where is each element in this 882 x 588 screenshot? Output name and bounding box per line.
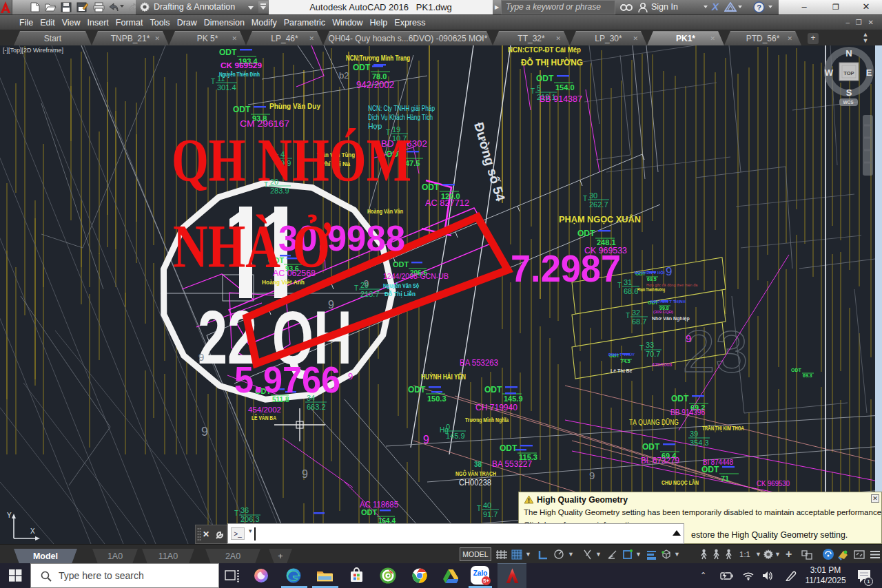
svg-text:T: T — [626, 312, 630, 319]
svg-text:ODT: ODT — [671, 394, 689, 403]
svg-text:ODT: ODT — [500, 443, 517, 453]
svg-text:X: X — [30, 527, 35, 535]
svg-text:9: 9 — [328, 299, 334, 311]
svg-text:Phạm Thanh Đường: Phạm Thanh Đường — [637, 287, 665, 293]
svg-text:5: 5 — [537, 84, 541, 92]
svg-text:AC 118685: AC 118685 — [360, 500, 398, 510]
svg-text:TRẦN THỊ KIM THOA: TRẦN THỊ KIM THOA — [702, 425, 744, 432]
svg-text:N: N — [845, 48, 852, 59]
svg-text:E: E — [866, 67, 872, 78]
svg-text:33: 33 — [646, 341, 654, 349]
svg-text:38: 38 — [474, 461, 482, 468]
svg-text:NHÀ Ở: NHÀ Ở — [173, 213, 331, 280]
svg-text:Dịch Vụ Khách Hàng Tích: Dịch Vụ Khách Hàng Tích — [368, 113, 433, 121]
svg-text:454/2002: 454/2002 — [248, 406, 281, 414]
svg-text:ODT: ODT — [219, 48, 237, 57]
svg-text:S: S — [846, 87, 852, 98]
svg-text:QH NHÓM: QH NHÓM — [172, 127, 411, 193]
svg-text:23: 23 — [682, 318, 748, 384]
svg-text:ODT: ODT — [791, 368, 802, 372]
svg-text:Hợp gốc đã động then hiện đa: Hợp gốc đã động then hiện đa — [646, 283, 698, 287]
svg-text:9: 9 — [364, 278, 369, 288]
svg-text:NGUYỄN V HỘI: NGUYỄN V HỘI — [635, 270, 665, 275]
svg-text:BA 553263: BA 553263 — [460, 358, 498, 368]
svg-text:NCN:CTCP-ĐT Cái Mép: NCN:CTCP-ĐT Cái Mép — [508, 45, 581, 54]
svg-text:ODT: ODT — [233, 105, 251, 114]
svg-text:BB 914387: BB 914387 — [540, 94, 582, 104]
svg-text:ODT: ODT — [642, 442, 660, 452]
svg-text:T: T — [583, 195, 587, 202]
svg-text:71: 71 — [721, 474, 729, 483]
svg-text:7.2987: 7.2987 — [511, 246, 621, 290]
svg-text:HUỲNH HẢI YẾN: HUỲNH HẢI YẾN — [421, 372, 466, 381]
svg-text:206.3: 206.3 — [240, 515, 260, 523]
svg-text:Trương Minh Nghĩa: Trương Minh Nghĩa — [465, 417, 509, 423]
svg-text:68.7: 68.7 — [632, 317, 646, 326]
svg-text:40: 40 — [483, 501, 491, 510]
svg-text:0: 0 — [446, 423, 450, 431]
svg-text:301.4: 301.4 — [217, 83, 236, 92]
svg-text:ĐỖ THỊ HƯỜNG: ĐỖ THỊ HƯỜNG — [521, 57, 583, 67]
svg-text:NCN: Cty TNHH giải Pháp: NCN: Cty TNHH giải Pháp — [368, 104, 435, 112]
svg-text:9: 9 — [423, 434, 429, 445]
svg-text:T: T — [477, 505, 481, 512]
svg-text:ODT: ODT — [353, 63, 371, 72]
svg-text:(309.CQĐ): (309.CQĐ) — [653, 310, 673, 314]
svg-text:68.6: 68.6 — [624, 287, 638, 295]
svg-text:9: 9 — [348, 371, 353, 381]
svg-text:9: 9 — [198, 351, 204, 363]
svg-text:NGUYỄN T THỊNH: NGUYỄN T THỊNH — [650, 300, 686, 304]
svg-text:CK 969530: CK 969530 — [757, 479, 790, 487]
svg-text:AC 827712: AC 827712 — [425, 198, 469, 208]
svg-text:1244/2008-GCN-UB: 1244/2008-GCN-UB — [383, 272, 449, 280]
svg-text:354.3: 354.3 — [690, 439, 709, 447]
svg-text:429/2003: 429/2003 — [652, 362, 672, 367]
svg-text:CHU NGỌC LẦN: CHU NGỌC LẦN — [662, 479, 699, 486]
svg-text:T: T — [354, 284, 358, 292]
svg-text:213.7: 213.7 — [360, 290, 380, 298]
svg-text:WCS: WCS — [843, 100, 854, 105]
svg-text:74.5: 74.5 — [621, 359, 630, 364]
svg-text:150.3: 150.3 — [427, 395, 447, 403]
svg-text:70.7: 70.7 — [646, 350, 660, 358]
svg-text:Đỗ Thị Liễn: Đỗ Thị Liễn — [384, 290, 416, 297]
svg-text:9: 9 — [589, 470, 595, 481]
svg-text:69.5: 69.5 — [647, 277, 657, 282]
svg-text:32: 32 — [632, 308, 640, 317]
svg-text:T: T — [639, 344, 644, 352]
svg-text:Phùng Văn Duy: Phùng Văn Duy — [269, 102, 321, 110]
svg-text:ODT: ODT — [422, 182, 440, 192]
svg-text:Hoàng Văn Vân: Hoàng Văn Vân — [367, 207, 403, 215]
svg-text:Nhớ Văn Nghiệp: Nhớ Văn Nghiệp — [652, 316, 690, 322]
svg-text:T: T — [531, 87, 535, 95]
svg-text:T: T — [234, 510, 238, 517]
svg-text:BB 914396: BB 914396 — [670, 408, 705, 417]
svg-text:145.9: 145.9 — [446, 432, 465, 440]
svg-text:154.0: 154.0 — [555, 83, 575, 92]
svg-text:?: ? — [757, 3, 761, 12]
svg-text:5.9766: 5.9766 — [234, 359, 340, 400]
svg-text:9: 9 — [686, 333, 691, 344]
svg-text:BA 553227: BA 553227 — [492, 459, 532, 469]
svg-text:ODT: ODT — [484, 385, 502, 395]
svg-text:BI 874448: BI 874448 — [703, 458, 733, 466]
svg-text:36: 36 — [240, 506, 249, 514]
svg-text:ODT: ODT — [536, 74, 554, 83]
svg-text:942/2002: 942/2002 — [356, 79, 394, 90]
svg-text:ODT: ODT — [701, 465, 719, 474]
svg-text:262.7: 262.7 — [589, 200, 608, 209]
svg-text:Y: Y — [7, 512, 12, 519]
svg-text:9: 9 — [201, 425, 208, 439]
svg-text:ODT: ODT — [408, 385, 426, 395]
svg-text:NGÔ VĂN TRẠCH: NGÔ VĂN TRẠCH — [455, 470, 496, 477]
svg-text:b2: b2 — [339, 70, 349, 81]
svg-text:39: 39 — [690, 430, 698, 438]
svg-text:663.2: 663.2 — [307, 403, 326, 411]
svg-text:[-][Top][2D Wireframe]: [-][Top][2D Wireframe] — [3, 47, 63, 54]
svg-text:BL 673279: BL 673279 — [641, 456, 679, 465]
svg-text:Lê Thị Bé: Lê Thị Bé — [611, 368, 633, 373]
svg-text:NCN:Trương Minh Trang: NCN:Trương Minh Trang — [346, 54, 410, 62]
svg-text:Nguyễn Văn Sộ: Nguyễn Văn Sộ — [383, 282, 419, 289]
svg-text:PHẠM NGỌC XUÂN: PHẠM NGỌC XUÂN — [559, 214, 641, 224]
svg-text:ODT: ODT — [577, 229, 595, 238]
